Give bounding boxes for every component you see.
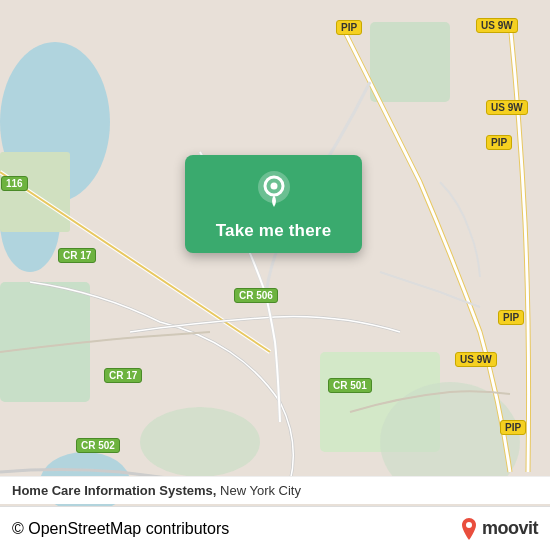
road-label-cr17-2: CR 17 bbox=[104, 368, 142, 383]
bottom-bar: © OpenStreetMap contributors moovit bbox=[0, 506, 550, 550]
location-popup: Take me there bbox=[185, 155, 362, 253]
svg-rect-4 bbox=[0, 282, 90, 402]
svg-rect-9 bbox=[0, 152, 70, 232]
road-label-pip-4: PIP bbox=[500, 420, 526, 435]
svg-point-7 bbox=[140, 407, 260, 477]
map-background bbox=[0, 0, 550, 550]
road-label-us9w-3: US 9W bbox=[455, 352, 497, 367]
take-me-there-button[interactable]: Take me there bbox=[216, 221, 332, 241]
road-label-cr17-1: CR 17 bbox=[58, 248, 96, 263]
road-label-cr502: CR 502 bbox=[76, 438, 120, 453]
moovit-brand-text: moovit bbox=[482, 518, 538, 539]
road-label-pip-2: PIP bbox=[486, 135, 512, 150]
svg-point-15 bbox=[466, 522, 472, 528]
map-container: US 9W US 9W PIP PIP PIP PIP 116 CR 17 CR… bbox=[0, 0, 550, 550]
svg-rect-6 bbox=[370, 22, 450, 102]
road-label-cr506: CR 506 bbox=[234, 288, 278, 303]
road-label-us9w-2: US 9W bbox=[486, 100, 528, 115]
road-label-cr116: 116 bbox=[1, 176, 28, 191]
location-text-bar: Home Care Information Systems, New York … bbox=[0, 476, 550, 504]
attribution-text: © OpenStreetMap contributors bbox=[12, 520, 229, 538]
location-name: Home Care Information Systems, bbox=[12, 483, 216, 498]
location-city: New York City bbox=[216, 483, 301, 498]
moovit-logo: moovit bbox=[460, 518, 538, 540]
road-label-cr501: CR 501 bbox=[328, 378, 372, 393]
svg-point-14 bbox=[270, 183, 277, 190]
road-label-us9w-1: US 9W bbox=[476, 18, 518, 33]
moovit-pin-icon bbox=[460, 518, 478, 540]
road-label-pip-3: PIP bbox=[498, 310, 524, 325]
location-pin-icon bbox=[252, 169, 296, 213]
road-label-pip-1: PIP bbox=[336, 20, 362, 35]
